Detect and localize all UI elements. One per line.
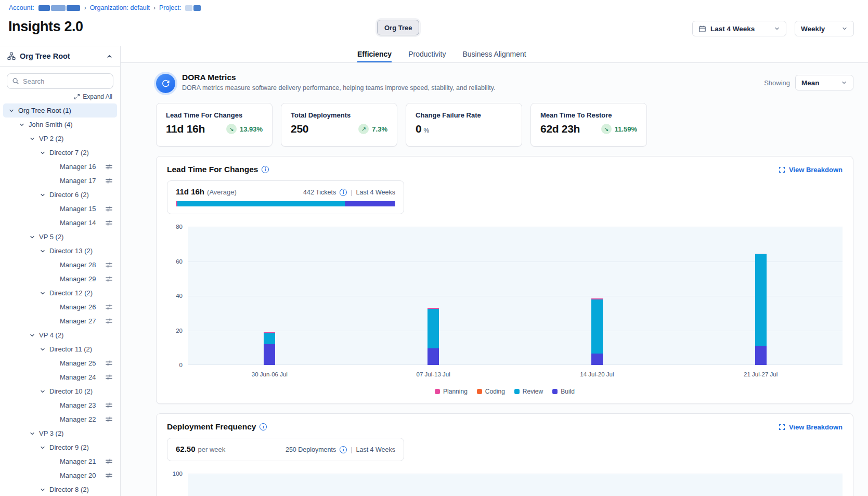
- tab-efficiency[interactable]: Efficiency: [357, 46, 392, 62]
- filter-settings-icon[interactable]: [105, 373, 113, 381]
- filter-settings-icon[interactable]: [105, 219, 113, 227]
- collapse-sidebar-chevron-up-icon[interactable]: [106, 53, 113, 60]
- filter-settings-icon[interactable]: [105, 303, 113, 311]
- tree-row[interactable]: Director 6 (2): [3, 188, 117, 202]
- legend-item-build[interactable]: Build: [552, 388, 575, 395]
- expand-all-button[interactable]: Expand All: [74, 93, 112, 100]
- info-icon[interactable]: i: [340, 189, 347, 196]
- redacted-text-block: [185, 5, 192, 11]
- dora-metrics-title: DORA Metrics: [182, 73, 764, 82]
- org-tree-toggle-button[interactable]: Org Tree: [377, 20, 419, 35]
- tree-row[interactable]: John Smith (4): [3, 118, 117, 132]
- tree-node-label: Manager 15: [60, 205, 96, 213]
- filter-settings-icon[interactable]: [105, 415, 113, 423]
- tree-node-label: Manager 24: [60, 373, 96, 381]
- tree-row[interactable]: Director 13 (2): [3, 244, 117, 258]
- lead-time-view-breakdown-button[interactable]: View Breakdown: [779, 166, 843, 174]
- tab-business-alignment[interactable]: Business Alignment: [463, 46, 526, 62]
- chevron-down-icon[interactable]: [29, 234, 35, 240]
- filter-settings-icon[interactable]: [105, 163, 113, 171]
- tree-node-label: VP 2 (2): [39, 135, 63, 142]
- chevron-down-icon[interactable]: [40, 290, 46, 296]
- tree-row[interactable]: Director 7 (2): [3, 146, 117, 160]
- tree-row[interactable]: Manager 26: [3, 300, 117, 314]
- tree-row[interactable]: Manager 22: [3, 412, 117, 426]
- tree-row[interactable]: Manager 29: [3, 272, 117, 286]
- lead-time-summary-box: 11d 16h (Average) 442 Tickets i | Last 4…: [167, 180, 404, 214]
- tree-row[interactable]: Director 12 (2): [3, 286, 117, 300]
- tree-row[interactable]: VP 5 (2): [3, 230, 117, 244]
- tree-row[interactable]: Manager 14: [3, 216, 117, 230]
- deployment-view-breakdown-button[interactable]: View Breakdown: [779, 423, 843, 431]
- info-icon[interactable]: i: [340, 446, 347, 453]
- bar-segment-planning: [427, 308, 439, 309]
- date-range-select[interactable]: Last 4 Weeks: [692, 21, 786, 36]
- chevron-down-icon[interactable]: [40, 192, 46, 198]
- chevron-down-icon[interactable]: [40, 346, 46, 353]
- filter-settings-icon[interactable]: [105, 177, 113, 185]
- chevron-down-icon[interactable]: [40, 445, 46, 451]
- showing-select[interactable]: Mean: [795, 75, 853, 90]
- tree-row[interactable]: Manager 21: [3, 454, 117, 468]
- info-icon[interactable]: i: [260, 423, 267, 430]
- granularity-select[interactable]: Weekly: [795, 21, 854, 36]
- filter-settings-icon[interactable]: [105, 205, 113, 213]
- chevron-down-icon[interactable]: [29, 136, 35, 142]
- tree-row[interactable]: Director 10 (2): [3, 384, 117, 398]
- chevron-down-icon: [841, 80, 847, 86]
- tab-productivity[interactable]: Productivity: [408, 46, 446, 62]
- tree-row[interactable]: Manager 27: [3, 314, 117, 328]
- tree-node-label: VP 3 (2): [39, 429, 63, 437]
- lead-time-chart: 020406080: [167, 227, 843, 365]
- legend-item-planning[interactable]: Planning: [435, 388, 468, 395]
- tree-row[interactable]: Manager 20: [3, 468, 117, 482]
- tree-row[interactable]: Org Tree Root (1): [3, 103, 117, 118]
- tree-row[interactable]: Manager 24: [3, 370, 117, 384]
- tree-row[interactable]: VP 3 (2): [3, 426, 117, 440]
- tree-row[interactable]: Manager 16: [3, 160, 117, 174]
- lead-time-section-title: Lead Time For Changes i: [167, 165, 269, 174]
- chevron-down-icon[interactable]: [40, 487, 46, 493]
- filter-settings-icon[interactable]: [105, 275, 113, 283]
- tree-row[interactable]: Director 9 (2): [3, 440, 117, 454]
- main-content[interactable]: DORA Metrics DORA metrics measure softwa…: [121, 63, 868, 496]
- info-icon[interactable]: i: [262, 166, 269, 173]
- gridline: [188, 296, 843, 296]
- stacked-bar-21-Jul-27-Jul: [755, 254, 767, 365]
- chevron-down-icon[interactable]: [40, 388, 46, 395]
- tree-row[interactable]: Manager 15: [3, 202, 117, 216]
- tree-row[interactable]: Manager 23: [3, 398, 117, 412]
- legend-item-review[interactable]: Review: [514, 388, 543, 395]
- tree-row[interactable]: VP 4 (2): [3, 328, 117, 342]
- filter-settings-icon[interactable]: [105, 359, 113, 367]
- tree-row[interactable]: Director 11 (2): [3, 342, 117, 356]
- chevron-down-icon[interactable]: [40, 150, 46, 156]
- filter-settings-icon[interactable]: [105, 261, 113, 269]
- breadcrumb-project-link[interactable]: Project:: [159, 4, 181, 11]
- tree-row[interactable]: VP 2 (2): [3, 132, 117, 146]
- filter-settings-icon[interactable]: [105, 401, 113, 409]
- search-input[interactable]: [23, 77, 108, 85]
- org-tree-list[interactable]: Org Tree Root (1) John Smith (4) VP 2 (2…: [0, 101, 120, 496]
- tree-search[interactable]: [7, 73, 113, 89]
- tree-row[interactable]: Director 8 (2): [3, 482, 117, 496]
- filter-settings-icon[interactable]: [105, 458, 113, 465]
- chevron-down-icon[interactable]: [8, 108, 15, 114]
- breadcrumb-organization-link[interactable]: Organization: default: [90, 4, 150, 11]
- tree-row[interactable]: Manager 25: [3, 356, 117, 370]
- axis-tick-label: 0: [179, 362, 183, 368]
- stacked-bar-07-Jul-13-Jul: [427, 308, 439, 365]
- legend-label: Planning: [443, 388, 468, 395]
- chevron-down-icon[interactable]: [29, 332, 35, 338]
- legend-label: Coding: [485, 388, 505, 395]
- lead-time-average-qualifier: (Average): [207, 188, 237, 196]
- tree-row[interactable]: Manager 17: [3, 174, 117, 188]
- tree-row[interactable]: Manager 28: [3, 258, 117, 272]
- legend-item-coding[interactable]: Coding: [477, 388, 505, 395]
- chevron-down-icon[interactable]: [29, 430, 35, 437]
- filter-settings-icon[interactable]: [105, 317, 113, 325]
- chevron-down-icon[interactable]: [40, 248, 46, 254]
- filter-settings-icon[interactable]: [105, 472, 113, 479]
- breadcrumb-account-link[interactable]: Account:: [9, 4, 34, 11]
- chevron-down-icon[interactable]: [19, 122, 25, 128]
